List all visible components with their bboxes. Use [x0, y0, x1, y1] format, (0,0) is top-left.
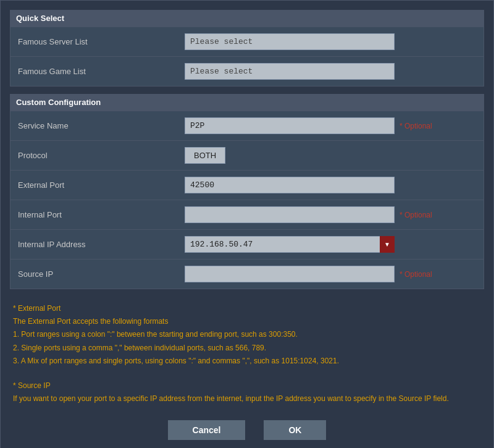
protocol-row: Protocol BOTH — [10, 141, 484, 171]
famous-server-row: Famous Server List Please select — [10, 27, 484, 57]
source-ip-row: Source IP * Optional — [10, 260, 484, 289]
notes-line1: 1. Port ranges using a colon ":" between… — [13, 329, 481, 340]
external-port-note-header: * External Port — [13, 303, 481, 315]
service-name-input[interactable] — [185, 117, 395, 134]
famous-game-select[interactable]: Please select — [185, 63, 395, 80]
internal-ip-wrapper: ▼ — [185, 236, 395, 253]
external-port-input[interactable] — [185, 177, 395, 193]
dialog: Quick Select Famous Server List Please s… — [0, 0, 494, 448]
famous-server-control: Please select — [185, 33, 476, 50]
internal-ip-label: Internal IP Address — [18, 240, 185, 249]
famous-server-label: Famous Server List — [18, 37, 185, 46]
service-name-optional: * Optional — [400, 122, 432, 130]
notes-section: * External Port The External Port accept… — [10, 297, 484, 414]
source-ip-label: Source IP — [18, 269, 185, 279]
custom-config-section: Service Name * Optional Protocol BOTH Ex… — [10, 111, 484, 289]
ok-button[interactable]: OK — [264, 420, 326, 440]
internal-ip-control: ▼ — [185, 236, 476, 253]
famous-server-select[interactable]: Please select — [185, 33, 395, 50]
notes-line2: 2. Single ports using a comma "," betwee… — [13, 342, 481, 354]
footer: Cancel OK — [10, 414, 484, 440]
internal-port-input[interactable] — [185, 206, 395, 223]
service-name-control: * Optional — [185, 117, 476, 134]
protocol-control: BOTH — [185, 147, 476, 164]
source-ip-control: * Optional — [185, 266, 476, 282]
service-name-row: Service Name * Optional — [10, 111, 484, 141]
internal-port-optional: * Optional — [400, 211, 432, 219]
external-port-label: External Port — [18, 180, 185, 190]
famous-game-control: Please select — [185, 63, 476, 80]
external-port-row: External Port — [10, 171, 484, 200]
internal-ip-input[interactable] — [185, 236, 395, 253]
service-name-label: Service Name — [18, 121, 185, 130]
internal-ip-row: Internal IP Address ▼ — [10, 230, 484, 260]
external-port-note-desc: The External Port accepts the following … — [13, 316, 481, 328]
cancel-button[interactable]: Cancel — [168, 420, 246, 440]
notes-line3: 3. A Mix of port ranges and single ports… — [13, 355, 481, 367]
custom-config-header: Custom Configuration — [10, 94, 484, 111]
famous-game-label: Famous Game List — [18, 67, 185, 76]
external-port-control — [185, 177, 476, 193]
protocol-label: Protocol — [18, 151, 185, 160]
source-ip-input[interactable] — [185, 266, 395, 282]
ip-dropdown-arrow[interactable]: ▼ — [380, 236, 395, 253]
quick-select-section: Famous Server List Please select Famous … — [10, 27, 484, 87]
internal-port-control: * Optional — [185, 206, 476, 223]
internal-port-row: Internal Port * Optional — [10, 200, 484, 230]
source-ip-optional: * Optional — [400, 270, 432, 279]
quick-select-header: Quick Select — [10, 10, 484, 27]
protocol-button[interactable]: BOTH — [185, 147, 225, 164]
source-ip-note-desc: If you want to open your port to a speci… — [13, 393, 481, 405]
source-ip-note-header: * Source IP — [13, 380, 481, 392]
internal-port-label: Internal Port — [18, 210, 185, 219]
famous-game-row: Famous Game List Please select — [10, 57, 484, 86]
